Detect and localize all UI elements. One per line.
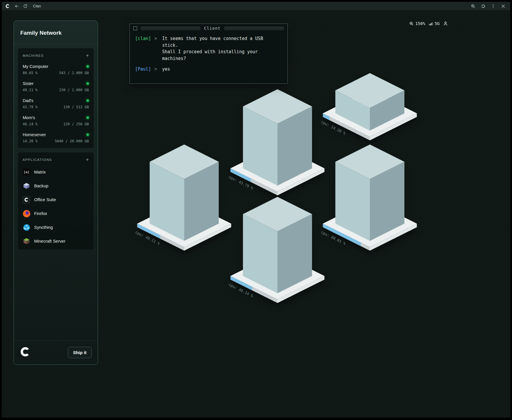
machine-cpu: 80.65 % — [23, 71, 38, 75]
machine-cpu: 46.14 % — [23, 122, 38, 126]
zoom-in-icon[interactable] — [471, 4, 476, 9]
sidebar-footer: Ship it — [14, 341, 98, 364]
sidebar: Family Network MACHINES + My Computer 80… — [14, 21, 98, 365]
machine-memory: 230 / 1.000 GB — [59, 88, 89, 92]
machine-memory: 5640 / 20.000 GB — [55, 139, 89, 143]
back-icon[interactable] — [14, 4, 19, 9]
app-label: Backup — [34, 184, 48, 188]
chat-title: Client — [204, 26, 221, 31]
app-label: Matrix — [34, 170, 46, 174]
machine-cpu: 14.20 % — [23, 139, 38, 143]
canvas: 150% 5G cpu: 14.20 % — [2, 11, 510, 418]
matrix-icon: [m] — [23, 168, 30, 176]
chat-body: [clan] > It seems that you have connecte… — [130, 32, 287, 76]
firefox-icon — [23, 210, 30, 217]
app-item-firefox[interactable]: Firefox — [23, 210, 89, 217]
prompt-glyph: > — [154, 35, 159, 62]
online-status-dot — [87, 99, 89, 102]
app-item-office-suite[interactable]: Office Suite — [23, 196, 89, 204]
titlebar-stripes-right — [224, 27, 284, 30]
machine-name: Homeserver — [23, 132, 46, 137]
app-label: Minecraft Server — [34, 239, 65, 244]
backup-icon — [23, 182, 30, 190]
clan-logo-icon — [20, 346, 31, 359]
machine-node-sister[interactable]: cpu: 49.11 % — [134, 138, 234, 257]
message-text: yes — [162, 66, 274, 73]
app-item-syncthing[interactable]: Syncthing — [23, 224, 89, 231]
chat-message-paul: [Paul] > yes — [135, 66, 282, 73]
office-suite-icon — [23, 196, 30, 204]
minecraft-icon — [23, 237, 30, 245]
chat-message-clan: [clan] > It seems that you have connecte… — [135, 35, 282, 62]
machine-item-homeserver[interactable]: Homeserver 14.20 % 5640 / 20.000 GB — [23, 132, 89, 143]
app-item-matrix[interactable]: [m] Matrix — [23, 168, 89, 176]
client-chat-window: Client [clan] > It seems that you have c… — [129, 24, 288, 84]
chat-titlebar: Client — [130, 24, 287, 32]
online-status-dot — [87, 116, 89, 119]
iso-cube — [150, 144, 219, 241]
sender-clan: [clan] — [135, 35, 152, 62]
machine-item-dads[interactable]: Dad's 43.79 % 130 / 512 GB — [23, 98, 89, 109]
extensions-icon[interactable] — [481, 4, 486, 9]
machine-node-mom-s[interactable]: cpu: 46.14 % — [228, 190, 327, 309]
app-window: Clan 150% 5G — [2, 2, 510, 418]
prompt-glyph: > — [154, 66, 159, 73]
close-icon[interactable] — [501, 4, 506, 9]
online-status-dot — [87, 82, 89, 85]
app-item-backup[interactable]: Backup — [23, 182, 89, 190]
page-title: Family Network — [14, 21, 98, 44]
online-status-dot — [87, 65, 89, 68]
reload-icon[interactable] — [23, 4, 28, 9]
tab-title: Clan — [33, 4, 41, 8]
ship-it-button[interactable]: Ship it — [68, 347, 92, 358]
machine-item-moms[interactable]: Mom's 46.14 % 120 / 256 GB — [23, 115, 89, 126]
menu-kebab-icon[interactable] — [491, 4, 496, 9]
machines-heading: MACHINES — [23, 54, 44, 57]
machine-name: Mom's — [23, 115, 35, 120]
machine-name: My Computer — [23, 64, 48, 69]
app-item-minecraft-server[interactable]: Minecraft Server — [23, 237, 89, 245]
message-text: It seems that you have connected a USB s… — [162, 35, 274, 62]
online-status-dot — [87, 134, 89, 136]
add-machine-button[interactable]: + — [86, 53, 89, 58]
app-label: Firefox — [34, 211, 47, 216]
add-application-button[interactable]: + — [86, 157, 89, 162]
sender-paul: [Paul] — [135, 66, 152, 73]
app-label: Syncthing — [34, 225, 53, 230]
machine-item-sister[interactable]: Sister 49.11 % 230 / 1.000 GB — [23, 81, 89, 92]
machine-cpu: 43.79 % — [23, 105, 38, 109]
iso-cube — [335, 144, 405, 241]
titlebar-stripes-left — [141, 27, 200, 30]
machine-item-my-computer[interactable]: My Computer 80.65 % 543 / 2.000 GB — [23, 64, 89, 75]
machine-cpu: 49.11 % — [23, 88, 38, 92]
applications-heading: APPLICATIONS — [23, 158, 52, 161]
machine-name: Sister — [23, 81, 34, 86]
app-label: Office Suite — [34, 197, 56, 202]
machine-node-homeserver[interactable]: cpu: 14.20 % — [320, 28, 420, 146]
machine-memory: 543 / 2.000 GB — [59, 71, 89, 75]
clan-logo-icon — [5, 4, 10, 9]
window-checkbox-icon[interactable] — [133, 26, 137, 30]
iso-cube — [243, 89, 312, 186]
machine-node-my-computer[interactable]: cpu: 80.65 % — [320, 138, 420, 257]
machine-name: Dad's — [23, 98, 34, 103]
machine-node-dad-s[interactable]: cpu: 43.79 % — [228, 83, 327, 201]
machine-memory: 130 / 512 GB — [63, 105, 89, 109]
browser-chrome: Clan — [2, 2, 510, 11]
machine-memory: 120 / 256 GB — [63, 122, 89, 126]
machines-section: MACHINES + My Computer 80.65 % 543 / 2.0… — [18, 48, 94, 148]
syncthing-icon — [23, 224, 30, 231]
applications-section: APPLICATIONS + [m] Matrix Backup — [18, 152, 94, 250]
iso-cube — [243, 197, 312, 293]
